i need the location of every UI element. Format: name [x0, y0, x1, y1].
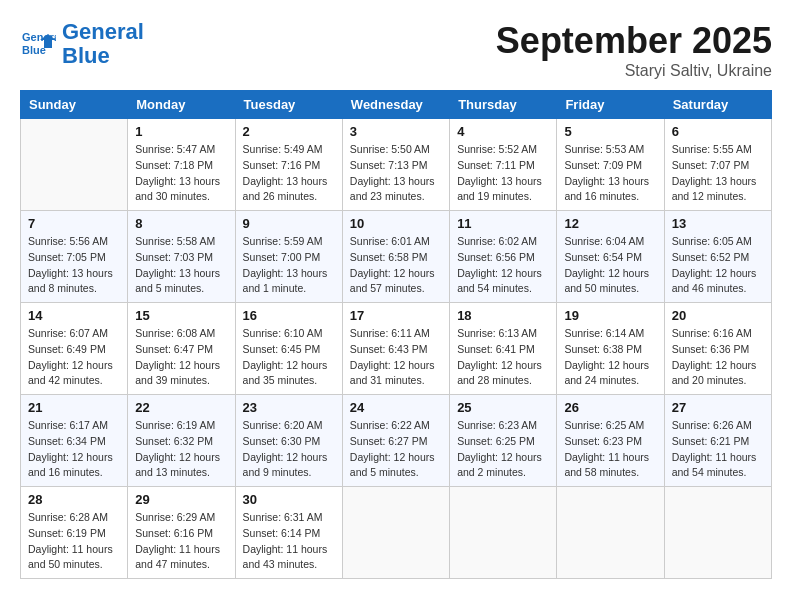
- day-info: Sunrise: 6:26 AMSunset: 6:21 PMDaylight:…: [672, 418, 764, 481]
- day-number: 28: [28, 492, 120, 507]
- calendar-cell: 23Sunrise: 6:20 AMSunset: 6:30 PMDayligh…: [235, 395, 342, 487]
- day-number: 7: [28, 216, 120, 231]
- calendar-cell: 24Sunrise: 6:22 AMSunset: 6:27 PMDayligh…: [342, 395, 449, 487]
- day-info: Sunrise: 6:17 AMSunset: 6:34 PMDaylight:…: [28, 418, 120, 481]
- day-number: 27: [672, 400, 764, 415]
- calendar-cell: [450, 487, 557, 579]
- day-info: Sunrise: 5:47 AMSunset: 7:18 PMDaylight:…: [135, 142, 227, 205]
- day-info: Sunrise: 6:22 AMSunset: 6:27 PMDaylight:…: [350, 418, 442, 481]
- day-info: Sunrise: 6:14 AMSunset: 6:38 PMDaylight:…: [564, 326, 656, 389]
- day-number: 6: [672, 124, 764, 139]
- day-number: 19: [564, 308, 656, 323]
- calendar-cell: 10Sunrise: 6:01 AMSunset: 6:58 PMDayligh…: [342, 211, 449, 303]
- day-info: Sunrise: 6:23 AMSunset: 6:25 PMDaylight:…: [457, 418, 549, 481]
- day-number: 26: [564, 400, 656, 415]
- calendar-cell: 13Sunrise: 6:05 AMSunset: 6:52 PMDayligh…: [664, 211, 771, 303]
- calendar-cell: 29Sunrise: 6:29 AMSunset: 6:16 PMDayligh…: [128, 487, 235, 579]
- day-info: Sunrise: 6:04 AMSunset: 6:54 PMDaylight:…: [564, 234, 656, 297]
- day-info: Sunrise: 6:01 AMSunset: 6:58 PMDaylight:…: [350, 234, 442, 297]
- day-number: 22: [135, 400, 227, 415]
- calendar-cell: 28Sunrise: 6:28 AMSunset: 6:19 PMDayligh…: [21, 487, 128, 579]
- day-number: 2: [243, 124, 335, 139]
- day-info: Sunrise: 5:58 AMSunset: 7:03 PMDaylight:…: [135, 234, 227, 297]
- day-number: 15: [135, 308, 227, 323]
- logo-name: GeneralBlue: [62, 20, 144, 68]
- weekday-header-tuesday: Tuesday: [235, 91, 342, 119]
- calendar-cell: 4Sunrise: 5:52 AMSunset: 7:11 PMDaylight…: [450, 119, 557, 211]
- calendar-week-2: 7Sunrise: 5:56 AMSunset: 7:05 PMDaylight…: [21, 211, 772, 303]
- calendar-cell: 17Sunrise: 6:11 AMSunset: 6:43 PMDayligh…: [342, 303, 449, 395]
- day-info: Sunrise: 6:31 AMSunset: 6:14 PMDaylight:…: [243, 510, 335, 573]
- day-number: 24: [350, 400, 442, 415]
- day-number: 5: [564, 124, 656, 139]
- calendar-cell: 19Sunrise: 6:14 AMSunset: 6:38 PMDayligh…: [557, 303, 664, 395]
- logo: General Blue GeneralBlue: [20, 20, 144, 68]
- day-info: Sunrise: 6:05 AMSunset: 6:52 PMDaylight:…: [672, 234, 764, 297]
- day-info: Sunrise: 5:56 AMSunset: 7:05 PMDaylight:…: [28, 234, 120, 297]
- calendar-cell: [21, 119, 128, 211]
- calendar-cell: 1Sunrise: 5:47 AMSunset: 7:18 PMDaylight…: [128, 119, 235, 211]
- calendar-cell: 18Sunrise: 6:13 AMSunset: 6:41 PMDayligh…: [450, 303, 557, 395]
- day-info: Sunrise: 5:59 AMSunset: 7:00 PMDaylight:…: [243, 234, 335, 297]
- day-number: 13: [672, 216, 764, 231]
- weekday-header-friday: Friday: [557, 91, 664, 119]
- calendar-week-4: 21Sunrise: 6:17 AMSunset: 6:34 PMDayligh…: [21, 395, 772, 487]
- calendar-cell: 8Sunrise: 5:58 AMSunset: 7:03 PMDaylight…: [128, 211, 235, 303]
- weekday-header-saturday: Saturday: [664, 91, 771, 119]
- day-number: 10: [350, 216, 442, 231]
- logo-icon: General Blue: [20, 26, 56, 62]
- day-number: 17: [350, 308, 442, 323]
- calendar-cell: 2Sunrise: 5:49 AMSunset: 7:16 PMDaylight…: [235, 119, 342, 211]
- day-number: 25: [457, 400, 549, 415]
- calendar-cell: 27Sunrise: 6:26 AMSunset: 6:21 PMDayligh…: [664, 395, 771, 487]
- day-number: 21: [28, 400, 120, 415]
- day-info: Sunrise: 6:11 AMSunset: 6:43 PMDaylight:…: [350, 326, 442, 389]
- day-info: Sunrise: 6:28 AMSunset: 6:19 PMDaylight:…: [28, 510, 120, 573]
- day-info: Sunrise: 5:55 AMSunset: 7:07 PMDaylight:…: [672, 142, 764, 205]
- calendar-cell: 15Sunrise: 6:08 AMSunset: 6:47 PMDayligh…: [128, 303, 235, 395]
- weekday-header-wednesday: Wednesday: [342, 91, 449, 119]
- calendar-cell: 21Sunrise: 6:17 AMSunset: 6:34 PMDayligh…: [21, 395, 128, 487]
- day-number: 14: [28, 308, 120, 323]
- day-info: Sunrise: 6:08 AMSunset: 6:47 PMDaylight:…: [135, 326, 227, 389]
- calendar-cell: 26Sunrise: 6:25 AMSunset: 6:23 PMDayligh…: [557, 395, 664, 487]
- weekday-header-thursday: Thursday: [450, 91, 557, 119]
- calendar-title-area: September 2025 Staryi Saltiv, Ukraine: [496, 20, 772, 80]
- day-info: Sunrise: 6:13 AMSunset: 6:41 PMDaylight:…: [457, 326, 549, 389]
- calendar-cell: 22Sunrise: 6:19 AMSunset: 6:32 PMDayligh…: [128, 395, 235, 487]
- day-info: Sunrise: 5:53 AMSunset: 7:09 PMDaylight:…: [564, 142, 656, 205]
- calendar-table: SundayMondayTuesdayWednesdayThursdayFrid…: [20, 90, 772, 579]
- day-number: 3: [350, 124, 442, 139]
- day-info: Sunrise: 6:29 AMSunset: 6:16 PMDaylight:…: [135, 510, 227, 573]
- day-info: Sunrise: 5:50 AMSunset: 7:13 PMDaylight:…: [350, 142, 442, 205]
- calendar-cell: 12Sunrise: 6:04 AMSunset: 6:54 PMDayligh…: [557, 211, 664, 303]
- day-info: Sunrise: 5:49 AMSunset: 7:16 PMDaylight:…: [243, 142, 335, 205]
- calendar-week-3: 14Sunrise: 6:07 AMSunset: 6:49 PMDayligh…: [21, 303, 772, 395]
- day-number: 23: [243, 400, 335, 415]
- day-info: Sunrise: 5:52 AMSunset: 7:11 PMDaylight:…: [457, 142, 549, 205]
- calendar-cell: 9Sunrise: 5:59 AMSunset: 7:00 PMDaylight…: [235, 211, 342, 303]
- day-number: 12: [564, 216, 656, 231]
- day-number: 4: [457, 124, 549, 139]
- day-info: Sunrise: 6:19 AMSunset: 6:32 PMDaylight:…: [135, 418, 227, 481]
- day-info: Sunrise: 6:25 AMSunset: 6:23 PMDaylight:…: [564, 418, 656, 481]
- calendar-cell: 14Sunrise: 6:07 AMSunset: 6:49 PMDayligh…: [21, 303, 128, 395]
- day-number: 9: [243, 216, 335, 231]
- weekday-header-sunday: Sunday: [21, 91, 128, 119]
- day-number: 1: [135, 124, 227, 139]
- calendar-week-1: 1Sunrise: 5:47 AMSunset: 7:18 PMDaylight…: [21, 119, 772, 211]
- day-number: 11: [457, 216, 549, 231]
- calendar-cell: 7Sunrise: 5:56 AMSunset: 7:05 PMDaylight…: [21, 211, 128, 303]
- calendar-header-row: SundayMondayTuesdayWednesdayThursdayFrid…: [21, 91, 772, 119]
- svg-text:Blue: Blue: [22, 44, 46, 56]
- calendar-cell: 5Sunrise: 5:53 AMSunset: 7:09 PMDaylight…: [557, 119, 664, 211]
- calendar-cell: 11Sunrise: 6:02 AMSunset: 6:56 PMDayligh…: [450, 211, 557, 303]
- calendar-cell: 25Sunrise: 6:23 AMSunset: 6:25 PMDayligh…: [450, 395, 557, 487]
- day-number: 20: [672, 308, 764, 323]
- calendar-cell: 30Sunrise: 6:31 AMSunset: 6:14 PMDayligh…: [235, 487, 342, 579]
- calendar-cell: 20Sunrise: 6:16 AMSunset: 6:36 PMDayligh…: [664, 303, 771, 395]
- weekday-header-monday: Monday: [128, 91, 235, 119]
- calendar-cell: [557, 487, 664, 579]
- day-number: 16: [243, 308, 335, 323]
- day-number: 8: [135, 216, 227, 231]
